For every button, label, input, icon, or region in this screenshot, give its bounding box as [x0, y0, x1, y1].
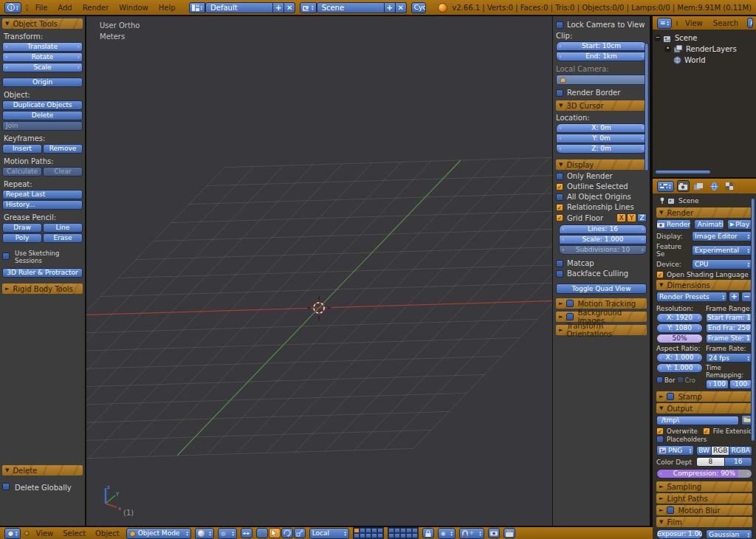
aspect-x-field[interactable]: X: 1.000 [656, 353, 703, 363]
transform-orientation-select[interactable]: Local [309, 528, 349, 539]
layer-toggle[interactable] [365, 533, 371, 538]
grid-axis-y-toggle[interactable]: Y [627, 213, 636, 222]
panel-header-motion-tracking[interactable]: Motion Tracking [556, 298, 647, 309]
render-border-checkbox[interactable] [556, 89, 563, 97]
file-extensions-checkbox[interactable] [703, 428, 710, 435]
menu-help[interactable]: Help [156, 4, 179, 12]
view3d-menu-object[interactable]: Object [92, 529, 123, 538]
history-button[interactable]: History... [2, 200, 83, 210]
scene-lock-toggle[interactable] [422, 528, 434, 538]
ruler-protractor-button[interactable]: 3D Ruler & Protractor [2, 268, 83, 278]
screen-layout-icon[interactable] [189, 2, 206, 13]
tab-render[interactable] [677, 180, 690, 192]
local-camera-field[interactable] [556, 75, 647, 85]
repeat-last-button[interactable]: Repeat Last [2, 190, 83, 199]
panel-header-dimensions[interactable]: Dimensions [656, 280, 752, 290]
render-engine-select[interactable]: Cycles Render [411, 2, 427, 13]
layer-toggle[interactable] [377, 528, 383, 533]
overwrite-checkbox[interactable] [656, 428, 664, 435]
remap-new-field[interactable]: 100 [729, 380, 752, 389]
sketching-sessions-checkbox[interactable] [2, 253, 10, 260]
layout-close-button[interactable]: ✕ [284, 2, 295, 13]
aspect-y-field[interactable]: Y: 1.000 [656, 363, 703, 373]
editor-type-button[interactable]: i [4, 2, 21, 13]
only-render-checkbox[interactable] [556, 173, 563, 180]
end-frame-field[interactable]: End Fra: 250 [706, 323, 752, 333]
background-images-checkbox[interactable] [566, 313, 574, 320]
tab-render-layers[interactable] [693, 180, 705, 192]
manipulator-toggle[interactable] [256, 528, 268, 538]
color-rgba-button[interactable]: RGBA [729, 446, 752, 456]
expand-dot-icon[interactable]: • [664, 46, 671, 52]
relationship-lines-checkbox[interactable] [556, 204, 563, 211]
crop-checkbox[interactable] [677, 377, 684, 383]
expand-toggle-icon[interactable]: − [654, 35, 661, 41]
remove-keyframe-button[interactable]: Remove [43, 144, 83, 154]
layer-toggle[interactable] [412, 533, 418, 538]
layout-name-field[interactable]: Default [205, 2, 273, 13]
layer-toggle[interactable] [412, 528, 418, 533]
tab-world[interactable] [708, 180, 721, 192]
menu-file[interactable]: File [32, 4, 51, 12]
menu-add[interactable]: Add [55, 4, 75, 12]
view3d-editor-type-button[interactable] [4, 528, 21, 539]
properties-editor-type-button[interactable] [657, 181, 674, 192]
pivot-point-select[interactable]: ◎ [218, 528, 237, 539]
backface-culling-checkbox[interactable] [556, 270, 563, 278]
opengl-render-image-button[interactable] [488, 528, 500, 538]
filter-type-select[interactable]: Gaussian [706, 529, 752, 539]
matcap-checkbox[interactable] [556, 260, 563, 267]
outliner-item-world[interactable]: World [654, 55, 755, 66]
output-path-field[interactable]: /tmp\ [656, 416, 739, 425]
play-button[interactable]: ▶Play [727, 219, 752, 230]
tab-texture[interactable] [724, 180, 736, 192]
pivot-align-toggle[interactable] [241, 528, 252, 538]
resolution-x-field[interactable]: X: 1920 [656, 313, 703, 323]
outliner-filter-select[interactable]: All S [747, 18, 753, 28]
panel-header-sampling[interactable]: Sampling [656, 481, 752, 492]
rotate-button[interactable]: Rotate [2, 52, 83, 62]
viewport-shading-select[interactable] [195, 528, 214, 539]
proportional-edit-select[interactable]: ◉ [438, 528, 456, 539]
panel-header-display[interactable]: Display [556, 159, 647, 170]
compression-field[interactable]: Compression: 90% [656, 469, 752, 478]
manipulator-translate-toggle[interactable] [269, 528, 281, 538]
layer-toggle[interactable] [354, 528, 360, 533]
layer-toggle[interactable] [365, 528, 371, 533]
panel-header-light-paths[interactable]: Light Paths [656, 493, 752, 504]
exposure-field[interactable]: Exposur: 1.00 [656, 529, 703, 539]
layer-toggle[interactable] [377, 533, 383, 538]
layer-toggle[interactable] [388, 528, 394, 533]
origin-button[interactable]: Origin [2, 78, 83, 87]
feature-set-select[interactable]: Experimental [692, 245, 752, 255]
delete-globally-checkbox[interactable] [2, 483, 10, 490]
render-presets-select[interactable]: Render Presets [656, 292, 727, 302]
panel-header-motion-blur[interactable]: Motion Blur [656, 505, 752, 515]
grease-draw-button[interactable]: Draw [2, 223, 42, 233]
lock-camera-checkbox[interactable] [556, 21, 563, 29]
insert-keyframe-button[interactable]: Insert [2, 144, 42, 154]
layer-toggle[interactable] [394, 528, 400, 533]
frame-rate-select[interactable]: 24 fps [706, 353, 752, 363]
preset-add-button[interactable]: + [729, 292, 740, 302]
scene-selector-icon-button[interactable] [300, 2, 317, 13]
panel-header-delete[interactable]: Delete [2, 465, 83, 476]
footer-collapse-dot[interactable] [24, 531, 30, 536]
outliner-item-scene[interactable]: − Scene [654, 32, 755, 44]
manipulator-scale-toggle[interactable] [294, 528, 306, 538]
depth-8-button[interactable]: 8 [696, 457, 725, 467]
scene-add-button[interactable]: + [385, 2, 396, 13]
resolution-y-field[interactable]: Y: 1080 [656, 323, 703, 333]
scene-name-field[interactable]: Scene [317, 2, 385, 13]
view3d-menu-view[interactable]: View [33, 529, 57, 538]
grid-lines-field[interactable]: Lines: 16 [559, 224, 647, 234]
layer-toggle[interactable] [371, 528, 377, 533]
osl-checkbox[interactable] [656, 271, 664, 278]
grid-axis-z-toggle[interactable]: Z [637, 213, 647, 222]
render-image-button[interactable]: Render [656, 219, 691, 230]
cursor-z-field[interactable]: Z: 0m [556, 144, 647, 154]
start-frame-field[interactable]: Start Fram: 1 [706, 313, 752, 323]
pin-icon[interactable] [659, 197, 665, 204]
opengl-render-animation-button[interactable] [504, 528, 515, 538]
mode-select[interactable]: Object Mode [126, 528, 191, 539]
